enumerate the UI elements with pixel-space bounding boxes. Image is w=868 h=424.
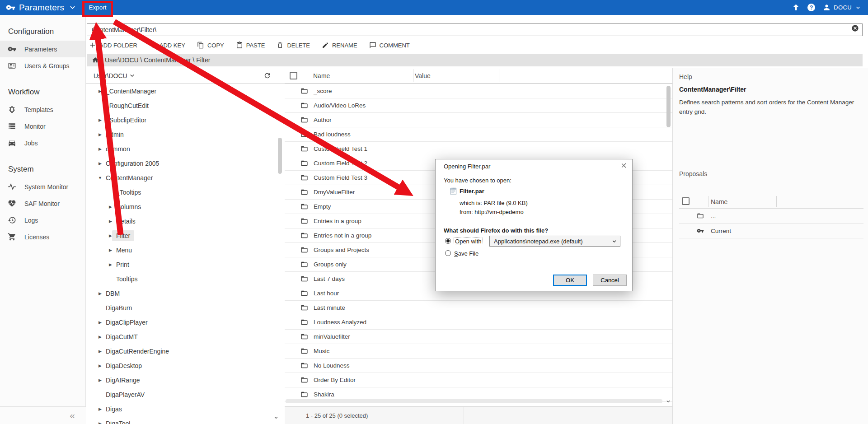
- column-divider[interactable]: [499, 69, 499, 82]
- toolbar-rename-button[interactable]: RENAME: [322, 42, 357, 49]
- tree-item-common[interactable]: ▶common: [86, 142, 285, 156]
- tree-item-digairange[interactable]: ▶DigAIRange: [86, 373, 285, 387]
- proposals-column-name[interactable]: Name: [711, 198, 727, 205]
- tree-item-digacutrenderengine[interactable]: ▶DigaCutRenderEngine: [86, 344, 285, 359]
- expander-collapsed-icon[interactable]: ▶: [97, 320, 103, 325]
- proposal-row[interactable]: Current: [679, 224, 863, 238]
- toolbar-paste-button[interactable]: PASTE: [236, 42, 265, 49]
- sidebar-item-users-groups[interactable]: Users & Groups: [0, 57, 85, 74]
- open-with-label[interactable]: Open with: [454, 238, 483, 245]
- tree-item-admin[interactable]: ▶Admin: [86, 127, 285, 142]
- table-row[interactable]: Order By Editor: [285, 373, 672, 387]
- tree-item-tooltips[interactable]: _Tooltips: [86, 185, 285, 200]
- expander-collapsed-icon[interactable]: ▶: [108, 219, 113, 224]
- tree-item-menu[interactable]: ▶Menu: [86, 243, 285, 257]
- column-header-value[interactable]: Value: [415, 72, 431, 79]
- table-row[interactable]: Music: [285, 344, 672, 359]
- expander-collapsed-icon[interactable]: ▶: [108, 262, 113, 267]
- export-button[interactable]: Export: [82, 0, 113, 15]
- expander-collapsed-icon[interactable]: ▶: [97, 132, 103, 137]
- grid-scrollbar-thumb[interactable]: [666, 86, 671, 127]
- table-row[interactable]: Audio/Video LoRes: [285, 98, 672, 113]
- user-menu[interactable]: DOCU: [822, 3, 862, 12]
- help-icon[interactable]: ?: [807, 4, 815, 11]
- tree-item-digaplayerav[interactable]: DigaPlayerAV: [86, 387, 285, 402]
- open-with-application-select[interactable]: Applications\notepad.exe (default): [489, 236, 620, 247]
- app-menu[interactable]: Parameters: [0, 3, 77, 13]
- tree-item-contentmanager[interactable]: ▼ContentManager: [86, 171, 285, 185]
- toolbar-comment-button[interactable]: COMMENT: [369, 42, 410, 49]
- table-row[interactable]: Bad loudness: [285, 127, 672, 142]
- column-header-name[interactable]: Name: [313, 72, 330, 79]
- collapse-sidebar-button[interactable]: «: [70, 410, 75, 421]
- table-row[interactable]: Custom Field Test 1: [285, 142, 672, 156]
- tree-item-digaburn[interactable]: DigaBurn: [86, 301, 285, 315]
- toolbar-copy-button[interactable]: COPY: [197, 42, 224, 49]
- tree-item-contentmanager[interactable]: ▶_ContentManager: [86, 84, 285, 98]
- expander-collapsed-icon[interactable]: ▶: [97, 421, 103, 424]
- table-row[interactable]: minValuefilter: [285, 330, 672, 344]
- expander-collapsed-icon[interactable]: ▶: [97, 378, 103, 382]
- sidebar-item-jobs[interactable]: Jobs: [0, 135, 85, 151]
- tree-item-tooltips[interactable]: Tooltips: [86, 272, 285, 286]
- tree-scroll-down-icon[interactable]: [273, 415, 279, 421]
- tree-item-configuration-2005[interactable]: ▶Configuration 2005: [86, 156, 285, 171]
- tree-root-selector[interactable]: User\DOCU: [86, 68, 285, 84]
- expander-collapsed-icon[interactable]: ▶: [97, 161, 103, 166]
- sidebar-item-saf-monitor[interactable]: SAF Monitor: [0, 195, 85, 212]
- expander-collapsed-icon[interactable]: ▶: [97, 147, 103, 151]
- expander-collapsed-icon[interactable]: ▶: [97, 291, 103, 296]
- open-with-radio[interactable]: [445, 238, 451, 244]
- sidebar-item-licenses[interactable]: Licenses: [0, 228, 85, 245]
- toolbar-add-folder-button[interactable]: ADD FOLDER: [89, 42, 137, 49]
- home-icon[interactable]: [92, 56, 99, 64]
- expander-expanded-icon[interactable]: ▼: [97, 176, 103, 180]
- tree-item-roughcutedit[interactable]: _RoughCutEdit: [86, 98, 285, 113]
- table-row[interactable]: Author: [285, 113, 672, 127]
- clear-search-icon[interactable]: [851, 24, 859, 32]
- tree-item-digaclipplayer[interactable]: ▶DigaClipPlayer: [86, 315, 285, 330]
- ok-button[interactable]: OK: [553, 275, 587, 286]
- tree-item-digatool[interactable]: ▶DigaTool: [86, 416, 285, 424]
- sidebar-item-parameters[interactable]: Parameters: [0, 41, 85, 57]
- column-divider[interactable]: [413, 69, 413, 82]
- tree-item-digacutmt[interactable]: ▶DigaCutMT: [86, 330, 285, 344]
- expander-collapsed-icon[interactable]: ▶: [97, 118, 103, 122]
- sidebar-item-logs[interactable]: Logs: [0, 212, 85, 228]
- toolbar-add-key-button[interactable]: ADD KEY: [149, 42, 185, 49]
- expander-collapsed-icon[interactable]: ▶: [97, 407, 103, 411]
- toolbar-delete-button[interactable]: DELETE: [277, 42, 310, 49]
- table-row[interactable]: No Loudness: [285, 359, 672, 373]
- save-file-label[interactable]: Save File: [454, 250, 479, 257]
- expander-collapsed-icon[interactable]: ▶: [97, 349, 103, 354]
- tree-item-details[interactable]: ▶Details: [86, 214, 285, 228]
- expander-collapsed-icon[interactable]: ▶: [108, 248, 113, 252]
- tree-scrollbar-thumb[interactable]: [278, 138, 282, 174]
- select-all-checkbox[interactable]: [290, 72, 297, 79]
- tree-item-print[interactable]: ▶Print: [86, 257, 285, 272]
- cancel-button[interactable]: Cancel: [593, 275, 627, 286]
- close-icon[interactable]: [621, 163, 627, 168]
- parameter-path-input[interactable]: [87, 23, 863, 36]
- refresh-icon[interactable]: [263, 72, 271, 79]
- expander-collapsed-icon[interactable]: ▶: [97, 335, 103, 339]
- upload-icon[interactable]: [792, 3, 800, 12]
- expander-collapsed-icon[interactable]: ▶: [108, 205, 113, 209]
- tree-item-subclipeditor[interactable]: ▶_SubclipEditor: [86, 113, 285, 127]
- sidebar-item-templates[interactable]: Templates: [0, 101, 85, 118]
- table-row[interactable]: Last minute: [285, 301, 672, 315]
- expander-collapsed-icon[interactable]: ▶: [97, 363, 103, 368]
- save-file-radio[interactable]: [445, 250, 451, 256]
- proposals-select-all-checkbox[interactable]: [682, 197, 690, 205]
- table-row[interactable]: _score: [285, 84, 672, 98]
- expander-collapsed-icon[interactable]: ▶: [97, 89, 103, 93]
- proposal-row[interactable]: ...: [679, 209, 863, 224]
- grid-horizontal-scrollbar[interactable]: [286, 399, 662, 403]
- tree-item-filter[interactable]: ▶Filter: [86, 228, 285, 243]
- sidebar-item-monitor[interactable]: Monitor: [0, 118, 85, 135]
- table-row[interactable]: Loudness Analyzed: [285, 315, 672, 330]
- tree-item-digadesktop[interactable]: ▶DigaDesktop: [86, 359, 285, 373]
- tree-item-columns[interactable]: ▶Columns: [86, 200, 285, 214]
- sidebar-item-system-monitor[interactable]: System Monitor: [0, 178, 85, 195]
- grid-scroll-down-icon[interactable]: [665, 398, 671, 405]
